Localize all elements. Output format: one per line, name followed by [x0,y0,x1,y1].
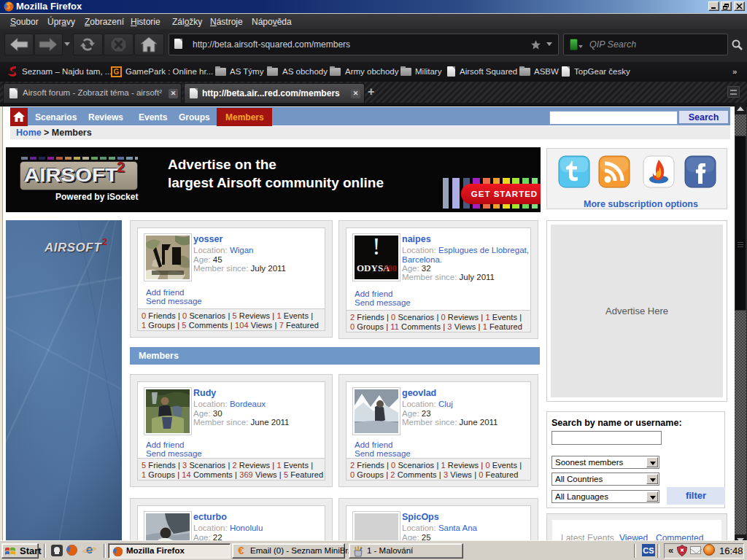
svg-text:300: 300 [384,263,397,273]
svg-text:!: ! [372,236,380,260]
